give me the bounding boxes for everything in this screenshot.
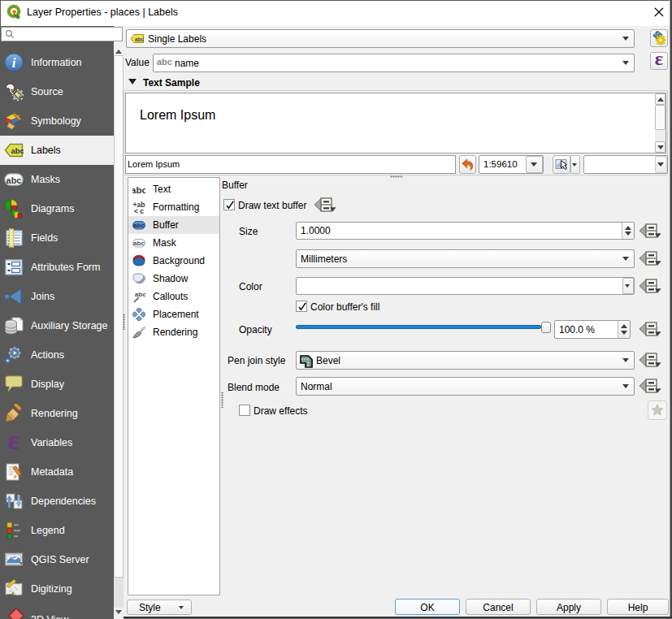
svg-text:abc: abc (135, 37, 145, 42)
svg-text:abc: abc (133, 222, 145, 229)
svg-text:ε: ε (8, 433, 20, 452)
svg-text:abc: abc (135, 291, 145, 298)
svg-text:abc: abc (132, 185, 145, 195)
svg-text:ε: ε (655, 48, 663, 69)
svg-text:i: i (12, 55, 16, 71)
svg-text:< c: < c (134, 207, 144, 214)
svg-text:abc: abc (133, 240, 145, 247)
svg-text:abc: abc (7, 175, 22, 185)
svg-text:abc: abc (11, 146, 24, 155)
